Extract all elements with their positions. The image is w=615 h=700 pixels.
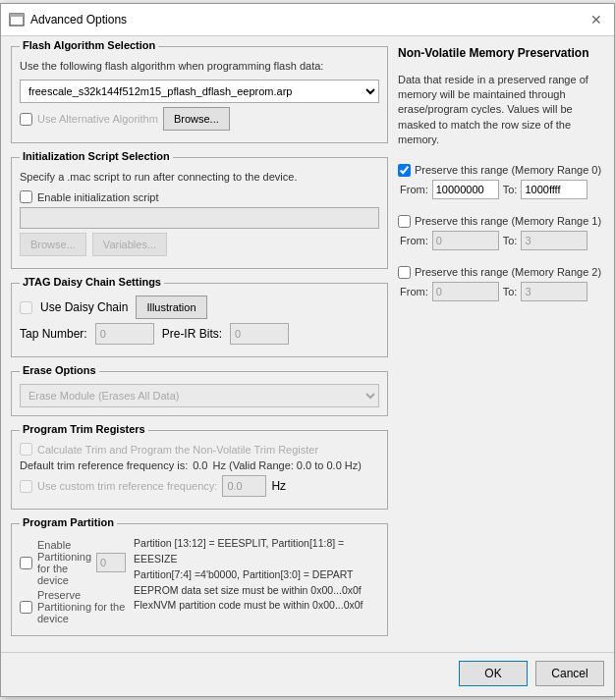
preir-label: Pre-IR Bits:	[162, 327, 222, 341]
range2-checkbox-row: Preserve this range (Memory Range 2)	[398, 266, 604, 279]
partition-content: Enable Partitioning for the device Prese…	[20, 536, 379, 627]
range0-checkbox-row: Preserve this range (Memory Range 0)	[398, 164, 604, 177]
enable-init-checkbox[interactable]	[20, 190, 32, 203]
preserve-partition-label: Preserve Partitioning for the device	[37, 589, 126, 624]
preir-bits-input[interactable]	[230, 323, 289, 345]
erase-dropdown[interactable]: Erase Module (Erases All Data)	[20, 384, 379, 407]
range0-from-to: From: To:	[400, 180, 604, 199]
preserve-partition-checkbox[interactable]	[20, 601, 32, 614]
init-browse-button[interactable]: Browse...	[20, 233, 86, 256]
ok-button[interactable]: OK	[459, 661, 528, 686]
right-panel: Non-Volatile Memory Preservation Data th…	[398, 46, 604, 643]
jtag-row2: Tap Number: Pre-IR Bits:	[20, 323, 379, 345]
erase-group-content: Erase Module (Erases All Data)	[20, 384, 379, 407]
init-variables-button[interactable]: Variables...	[92, 233, 167, 256]
jtag-section: JTAG Daisy Chain Settings Use Daisy Chai…	[11, 283, 388, 357]
range0-to-label: To:	[503, 184, 518, 195]
partition-info-line4: FlexNVM partition code must be within 0x…	[134, 598, 379, 614]
tap-number-input[interactable]	[95, 323, 154, 345]
range1-checkbox[interactable]	[398, 215, 411, 228]
tap-label: Tap Number:	[20, 327, 87, 341]
partition-group-content: Enable Partitioning for the device Prese…	[20, 536, 379, 627]
partition-info-line2: Partition[7:4] =4'b0000, Partition[3:0] …	[134, 567, 379, 583]
partition-info-line1: Partition [13:12] = EEESPLIT, Partition[…	[134, 536, 379, 567]
calc-trim-row: Calculate Trim and Program the Non-Volat…	[20, 443, 379, 456]
alt-algo-checkbox[interactable]	[20, 113, 32, 126]
default-trim-row: Default trim reference frequency is: 0.0…	[20, 459, 379, 471]
range1-to-label: To:	[503, 235, 518, 246]
flash-algorithm-dropdown[interactable]: freescale_s32k144f512m15_pflash_dflash_e…	[20, 80, 379, 103]
partition-value-input[interactable]	[96, 553, 126, 572]
preserve-partition-left: Preserve Partitioning for the device	[20, 589, 126, 624]
partition-section: Program Partition Enable Partitioning fo…	[11, 523, 388, 636]
custom-trim-label: Use custom trim reference frequency:	[37, 480, 217, 492]
nv-desc: Data that reside in a preserved range of…	[398, 73, 604, 148]
preserve-range-1: Preserve this range (Memory Range 1) Fro…	[398, 215, 604, 250]
range0-to-input[interactable]	[521, 180, 587, 199]
title-bar: Advanced Options ✕	[1, 4, 614, 36]
partition-left-col: Enable Partitioning for the device Prese…	[20, 536, 126, 627]
init-script-input[interactable]	[20, 207, 379, 229]
range1-label: Preserve this range (Memory Range 1)	[415, 215, 601, 227]
trim-section: Program Trim Registers Calculate Trim an…	[11, 430, 388, 510]
custom-trim-row: Use custom trim reference frequency: Hz	[20, 475, 379, 497]
custom-trim-checkbox[interactable]	[20, 480, 32, 493]
trim-section-title: Program Trim Registers	[20, 423, 148, 435]
range2-to-label: To:	[503, 286, 518, 297]
window-title: Advanced Options	[30, 13, 127, 27]
left-panel: Flash Algorithm Selection Use the follow…	[11, 46, 388, 643]
advanced-options-dialog: Advanced Options ✕ Flash Algorithm Selec…	[0, 3, 615, 698]
partition-section-title: Program Partition	[20, 516, 117, 528]
alt-algo-label: Use Alternative Algorithm	[37, 113, 158, 125]
flash-section-title: Flash Algorithm Selection	[20, 39, 158, 51]
range0-from-input[interactable]	[432, 180, 499, 199]
preserve-range-0: Preserve this range (Memory Range 0) Fro…	[398, 164, 604, 199]
range1-from-input[interactable]	[432, 231, 499, 250]
custom-trim-input[interactable]	[222, 475, 266, 497]
range2-checkbox[interactable]	[398, 266, 411, 279]
range0-checkbox[interactable]	[398, 164, 411, 177]
range2-from-input[interactable]	[432, 282, 499, 301]
cancel-button[interactable]: Cancel	[535, 661, 604, 686]
close-button[interactable]: ✕	[587, 10, 606, 29]
init-desc: Specify a .mac script to run after conne…	[20, 170, 379, 185]
flash-desc: Use the following flash algorithm when p…	[20, 59, 379, 74]
nv-title: Non-Volatile Memory Preservation	[398, 46, 604, 60]
preserve-range-2: Preserve this range (Memory Range 2) Fro…	[398, 266, 604, 301]
init-group-content: Specify a .mac script to run after conne…	[20, 170, 379, 256]
default-trim-value: 0.0	[193, 459, 207, 471]
range0-from-label: From:	[400, 184, 428, 195]
window-icon	[9, 12, 25, 27]
svg-rect-1	[10, 14, 24, 17]
use-daisy-checkbox[interactable]	[20, 301, 32, 314]
enable-partition-label: Enable Partitioning for the device	[37, 539, 91, 586]
range2-to-input[interactable]	[521, 282, 587, 301]
partition-info-line3: EEPROM data set size must be within 0x00…	[134, 583, 379, 599]
flash-group-content: Use the following flash algorithm when p…	[20, 59, 379, 131]
init-script-section: Initialization Script Selection Specify …	[11, 157, 388, 269]
range0-label: Preserve this range (Memory Range 0)	[415, 164, 601, 176]
footer: OK Cancel	[1, 652, 614, 696]
erase-options-section: Erase Options Erase Module (Erases All D…	[11, 371, 388, 416]
enable-init-row: Enable initialization script	[20, 190, 379, 203]
range2-from-to: From: To:	[400, 282, 604, 301]
enable-init-label: Enable initialization script	[37, 191, 159, 203]
enable-partition-left: Enable Partitioning for the device	[20, 539, 126, 586]
range1-to-input[interactable]	[521, 231, 587, 250]
range1-from-label: From:	[400, 235, 428, 246]
jtag-section-title: JTAG Daisy Chain Settings	[20, 276, 164, 288]
calc-trim-checkbox[interactable]	[20, 443, 32, 456]
calc-trim-label: Calculate Trim and Program the Non-Volat…	[37, 444, 318, 456]
illustration-button[interactable]: Illustration	[136, 296, 206, 319]
title-bar-left: Advanced Options	[9, 12, 127, 27]
flash-browse-button[interactable]: Browse...	[163, 107, 230, 131]
partition-info: Partition [13:12] = EEESPLIT, Partition[…	[134, 536, 379, 627]
enable-partition-row: Enable Partitioning for the device	[20, 539, 126, 586]
trim-hz-label: Hz (Valid Range: 0.0 to 0.0 Hz)	[212, 459, 361, 471]
range1-checkbox-row: Preserve this range (Memory Range 1)	[398, 215, 604, 228]
enable-partition-checkbox[interactable]	[20, 557, 32, 569]
init-buttons-row: Browse... Variables...	[20, 233, 379, 256]
main-content: Flash Algorithm Selection Use the follow…	[1, 36, 614, 653]
init-section-title: Initialization Script Selection	[20, 150, 173, 162]
init-file-row	[20, 207, 379, 229]
